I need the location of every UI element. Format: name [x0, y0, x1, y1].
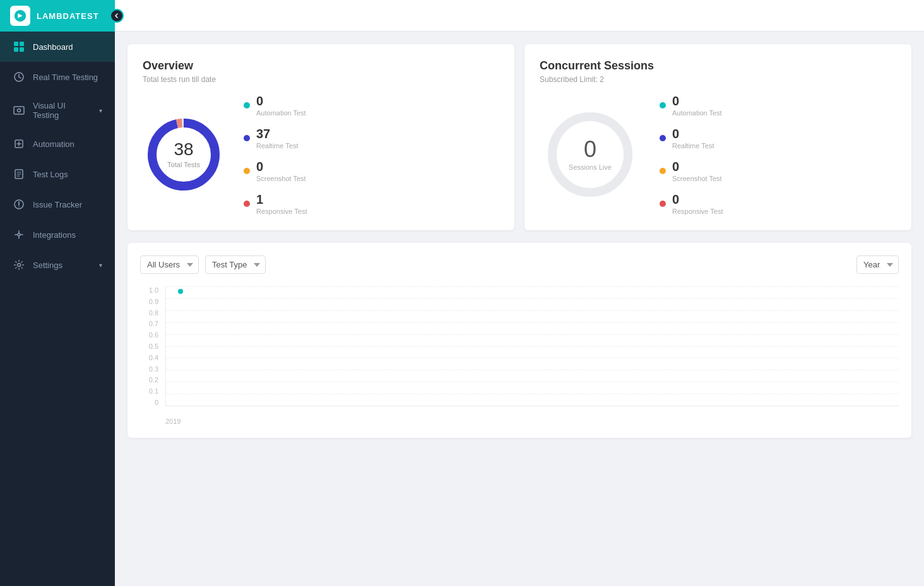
- overview-stat-value-screenshot: 0 Screenshot Test: [256, 160, 306, 182]
- concurrent-stat-screenshot: 0 Screenshot Test: [660, 160, 723, 182]
- testlogs-icon: [13, 168, 25, 180]
- overview-stat-value-realtime: 37 Realtime Test: [256, 127, 298, 149]
- concurrent-title: Concurrent Sessions: [540, 59, 896, 73]
- overview-subtitle: Total tests run till date: [143, 75, 499, 84]
- overview-stat-responsive: 1 Responsive Test: [244, 192, 307, 215]
- overview-body: 38 Total Tests 0 Automation Test: [143, 94, 499, 215]
- y-label-05: 0.5: [149, 343, 158, 350]
- concurrent-stat-value-automation: 0 Automation Test: [672, 94, 722, 117]
- y-label-10: 1.0: [149, 286, 158, 294]
- overview-stat-value-automation: 0 Automation Test: [256, 94, 306, 117]
- y-label-04: 0.4: [149, 354, 158, 361]
- gridline-03: [166, 370, 899, 370]
- chart-area: 1.0 0.9 0.8 0.7 0.6 0.5 0.4 0.3 0.2 0.1 …: [140, 286, 899, 425]
- sidebar-item-label-automation: Automation: [33, 139, 74, 149]
- sidebar-item-test-logs[interactable]: Test Logs: [0, 159, 115, 189]
- concurrent-screenshot-dot: [660, 168, 666, 174]
- overview-stat-screenshot: 0 Screenshot Test: [244, 160, 307, 182]
- concurrent-responsive-dot: [660, 201, 666, 207]
- content-area: Overview Total tests run till date: [115, 32, 924, 450]
- sidebar-item-label-dashboard: Dashboard: [33, 42, 73, 52]
- concurrent-stat-value-realtime: 0 Realtime Test: [672, 127, 714, 149]
- svg-point-12: [18, 233, 20, 236]
- gridline-05: [166, 346, 899, 347]
- overview-total-label: Total Tests: [167, 161, 200, 168]
- sidebar-item-label-visual: Visual UI Testing: [33, 101, 92, 120]
- y-label-03: 0.3: [149, 365, 158, 373]
- sidebar-item-automation[interactable]: Automation: [0, 129, 115, 159]
- y-label-06: 0.6: [149, 331, 158, 339]
- filter-test-type-select[interactable]: Test Type: [205, 255, 266, 274]
- y-label-07: 0.7: [149, 320, 158, 327]
- concurrent-stat-value-responsive: 0 Responsive Test: [672, 192, 723, 215]
- y-label-08: 0.8: [149, 309, 158, 317]
- concurrent-stats: 0 Automation Test 0 Realtime Test: [660, 94, 723, 215]
- sessions-number: 0: [569, 138, 612, 161]
- top-bar: [115, 0, 924, 32]
- concurrent-body: 0 Sessions Live 0 Automation Test: [540, 94, 896, 215]
- sidebar: LAMBDATEST Dashboard Real Time Testing: [0, 0, 115, 586]
- chart-controls-right: Year: [856, 255, 899, 274]
- chart-controls: All Users Test Type Year: [140, 255, 899, 274]
- concurrent-automation-dot: [660, 102, 666, 108]
- chart-card: All Users Test Type Year 1.0 0.9 0.8: [127, 243, 911, 438]
- overview-title: Overview: [143, 59, 499, 73]
- svg-rect-6: [14, 107, 24, 114]
- svg-point-7: [18, 109, 21, 112]
- main-content: Overview Total tests run till date: [115, 0, 924, 586]
- issue-icon: [13, 198, 25, 211]
- concurrent-card: Concurrent Sessions Subscribed Limit: 2 …: [524, 44, 911, 230]
- sidebar-item-settings[interactable]: Settings ▾: [0, 250, 115, 280]
- sidebar-item-integrations[interactable]: Integrations: [0, 220, 115, 250]
- chart-y-labels: 1.0 0.9 0.8 0.7 0.6 0.5 0.4 0.3 0.2 0.1 …: [140, 286, 162, 406]
- gridline-07: [166, 322, 899, 323]
- realtime-icon: [13, 71, 25, 83]
- chevron-down-icon: ▾: [99, 107, 102, 114]
- overview-stat-realtime: 37 Realtime Test: [244, 127, 307, 149]
- concurrent-subtitle: Subscribed Limit: 2: [540, 75, 896, 84]
- screenshot-dot: [244, 168, 250, 174]
- svg-point-11: [18, 206, 20, 208]
- responsive-dot: [244, 201, 250, 207]
- gridline-10: [166, 286, 899, 287]
- y-label-00: 0: [155, 399, 158, 406]
- chevron-down-icon-settings: ▾: [99, 262, 102, 269]
- cards-row: Overview Total tests run till date: [127, 44, 911, 230]
- sidebar-item-label-issue: Issue Tracker: [33, 200, 82, 209]
- logo: [10, 6, 30, 26]
- sidebar-item-issue-tracker[interactable]: Issue Tracker: [0, 189, 115, 220]
- sidebar-item-dashboard[interactable]: Dashboard: [0, 32, 115, 62]
- gridline-02: [166, 382, 899, 382]
- y-label-02: 0.2: [149, 376, 158, 384]
- sessions-label: Sessions Live: [569, 163, 612, 171]
- chart-plot: [165, 286, 899, 406]
- concurrent-stat-automation: 0 Automation Test: [660, 94, 723, 117]
- y-label-09: 0.9: [149, 298, 158, 305]
- gridline-08: [166, 310, 899, 311]
- overview-total-number: 38: [167, 141, 200, 158]
- filter-users-select[interactable]: All Users: [140, 255, 199, 274]
- automation-dot: [244, 102, 250, 108]
- svg-rect-1: [14, 42, 18, 46]
- integrations-icon: [13, 228, 25, 241]
- filter-period-select[interactable]: Year: [856, 255, 899, 274]
- overview-stats: 0 Automation Test 37 Realtime Test: [244, 94, 307, 215]
- concurrent-stat-responsive: 0 Responsive Test: [660, 192, 723, 215]
- collapse-button[interactable]: [110, 9, 124, 23]
- sidebar-item-real-time-testing[interactable]: Real Time Testing: [0, 62, 115, 92]
- concurrent-stat-value-screenshot: 0 Screenshot Test: [672, 160, 722, 182]
- settings-icon: [13, 259, 25, 271]
- sidebar-item-visual-ui-testing[interactable]: Visual UI Testing ▾: [0, 92, 115, 129]
- sidebar-item-label-testlogs: Test Logs: [33, 170, 68, 179]
- overview-card: Overview Total tests run till date: [127, 44, 514, 230]
- dashboard-icon: [13, 40, 25, 53]
- gridline-01: [166, 394, 899, 394]
- chart-x-label: 2019: [165, 418, 181, 425]
- overview-stat-value-responsive: 1 Responsive Test: [256, 192, 307, 215]
- sessions-donut: 0 Sessions Live: [540, 104, 641, 205]
- overview-donut-center: 38 Total Tests: [167, 141, 200, 168]
- gridline-06: [166, 334, 899, 335]
- svg-rect-2: [20, 42, 24, 46]
- sidebar-item-label-realtime: Real Time Testing: [33, 73, 98, 82]
- sidebar-item-label-settings: Settings: [33, 261, 62, 270]
